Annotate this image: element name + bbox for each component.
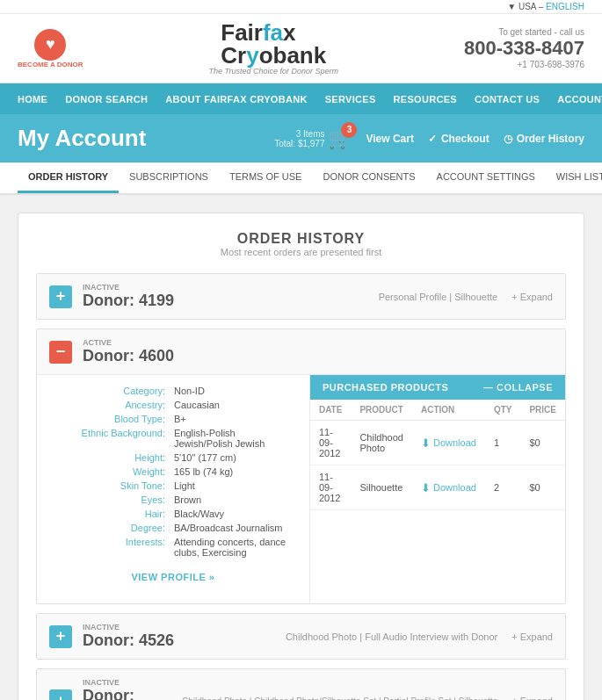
become-donor-section[interactable]: ♥ BECOME A DONOR — [18, 29, 83, 69]
nav-contact[interactable]: CONTACT US — [466, 85, 548, 113]
product-action: ⬇ Download — [412, 465, 485, 510]
order-4522-header: + INACTIVE Donor: 4522 Childhood Photo |… — [37, 669, 565, 700]
order-row: + INACTIVE Donor: 4526 Childhood Photo |… — [36, 613, 566, 660]
donor-4526-id: Donor: 4526 — [83, 631, 272, 650]
download-button[interactable]: ⬇ Download — [421, 437, 476, 450]
expand-4526-button[interactable]: + — [49, 625, 72, 648]
expand-4526-link[interactable]: + Expand — [511, 631, 553, 642]
main-content: ORDER HISTORY Most recent orders are pre… — [0, 195, 602, 700]
locale-flag: ▼ — [507, 2, 519, 11]
become-donor-label: BECOME A DONOR — [18, 61, 83, 69]
order-history-button[interactable]: ◷ Order History — [504, 133, 584, 145]
tab-donor-consents[interactable]: DONOR CONSENTS — [312, 162, 425, 193]
interests-value: Attending concerts, dance clubs, Exercis… — [174, 537, 295, 558]
logo: FairfaxCryobank — [221, 21, 326, 67]
contact-area: To get started - call us 800-338-8407 +1… — [464, 27, 584, 69]
tab-order-history[interactable]: ORDER HISTORY — [18, 162, 119, 193]
tab-account-settings[interactable]: ACCOUNT SETTINGS — [426, 162, 546, 193]
product-action: ⬇ Download — [412, 421, 485, 465]
order-row: + INACTIVE Donor: 4522 Childhood Photo |… — [36, 668, 566, 700]
ethnic-background-value: English-Polish Jewish/Polish Jewish — [174, 428, 295, 449]
order-4199-header: + INACTIVE Donor: 4199 Personal Profile … — [37, 274, 565, 319]
product-date: 11-09-2012 — [310, 465, 351, 510]
heart-icon: ♥ — [34, 29, 66, 61]
col-product: PRODUCT — [351, 400, 412, 421]
checkout-button[interactable]: ✓ Checkout — [428, 133, 490, 145]
donor-4600-id: Donor: 4600 — [83, 347, 553, 365]
contact-phone: 800-338-8407 — [464, 37, 584, 60]
product-row: 11-09-2012 Childhood Photo ⬇ Download 1 — [310, 421, 565, 465]
expand-4522-link[interactable]: + Expand — [511, 696, 553, 700]
locale-separator: – — [539, 2, 546, 11]
order-history-title: ORDER HISTORY — [36, 231, 566, 247]
detail-eyes: Eyes: Brown — [51, 494, 295, 505]
category-value: Non-ID — [174, 386, 205, 396]
donor-4199-id: Donor: 4199 — [83, 292, 365, 310]
main-nav: HOME DONOR SEARCH ABOUT FAIRFAX CRYOBANK… — [0, 83, 602, 114]
download-label: Download — [433, 482, 476, 493]
order-history-subtitle: Most recent orders are presented first — [36, 247, 566, 257]
weight-label: Weight: — [51, 466, 165, 477]
order-history-label: Order History — [517, 133, 584, 145]
nav-resources[interactable]: RESOURCES — [385, 85, 466, 113]
account-header: My Account 3 Items Total: $1,977 🛒 3 Vie… — [0, 114, 602, 162]
nav-home[interactable]: HOME — [9, 85, 56, 113]
view-profile-link[interactable]: VIEW PROFILE » — [51, 561, 295, 593]
detail-ancestry: Ancestry: Caucasian — [51, 400, 295, 410]
logo-tagline: The Trusted Choice for Donor Sperm — [209, 67, 338, 76]
donor-4199-info: INACTIVE Donor: 4199 — [83, 283, 365, 310]
hair-value: Black/Wavy — [174, 509, 224, 519]
items-total: Total: $1,977 — [274, 139, 324, 148]
degree-label: Degree: — [51, 523, 165, 533]
download-label: Download — [433, 437, 476, 448]
expand-4199-link[interactable]: + Expand — [511, 292, 553, 302]
tab-terms[interactable]: TERMS OF USE — [219, 162, 313, 193]
nav-account[interactable]: Account › — [548, 85, 602, 113]
detail-degree: Degree: BA/Broadcast Journalism — [51, 523, 295, 533]
eyes-label: Eyes: — [51, 494, 165, 505]
ethnic-background-label: Ethnic Background: — [51, 428, 165, 449]
product-name: Silhouette — [351, 465, 412, 510]
product-row: 11-09-2012 Silhouette ⬇ Download 2 $0 — [310, 465, 565, 510]
product-name: Childhood Photo — [351, 421, 412, 465]
collapse-link[interactable]: — Collapse — [483, 382, 553, 393]
download-button[interactable]: ⬇ Download — [421, 481, 476, 494]
download-icon: ⬇ — [421, 481, 431, 494]
blood-type-value: B+ — [174, 414, 186, 424]
purchased-products-title: PURCHASED PRODUCTS — [323, 382, 448, 393]
col-price: PRICE — [520, 400, 565, 421]
ancestry-value: Caucasian — [174, 400, 220, 410]
collapse-4600-button[interactable]: − — [49, 341, 72, 364]
donor-4199-status: INACTIVE — [83, 283, 365, 292]
detail-weight: Weight: 165 lb (74 kg) — [51, 466, 295, 477]
products-table: DATE PRODUCT ACTION QTY PRICE 11-09-2012… — [310, 400, 565, 510]
col-date: DATE — [310, 400, 351, 421]
product-date: 11-09-2012 — [310, 421, 351, 465]
detail-hair: Hair: Black/Wavy — [51, 509, 295, 519]
view-cart-button[interactable]: View Cart — [366, 133, 413, 145]
detail-ethnic-background: Ethnic Background: English-Polish Jewish… — [51, 428, 295, 449]
items-count: 3 Items — [274, 129, 324, 139]
logo-area: FairfaxCryobank The Trusted Choice for D… — [209, 21, 338, 76]
degree-value: BA/Broadcast Journalism — [174, 523, 283, 533]
order-4526-header: + INACTIVE Donor: 4526 Childhood Photo |… — [37, 614, 565, 659]
nav-services[interactable]: SERVICES — [316, 85, 385, 113]
nav-donor-search[interactable]: DONOR SEARCH — [56, 85, 156, 113]
locale-language[interactable]: ENGLISH — [546, 2, 584, 11]
tab-wish-list[interactable]: WISH LIST — [546, 162, 602, 193]
detail-height: Height: 5'10" (177 cm) — [51, 452, 295, 463]
nav-about[interactable]: ABOUT FAIRFAX CRYOBANK — [156, 85, 316, 113]
eyes-value: Brown — [174, 494, 201, 505]
download-icon: ⬇ — [421, 437, 431, 450]
expand-4522-button[interactable]: + — [49, 689, 72, 700]
detail-category: Category: Non-ID — [51, 386, 295, 396]
expand-4199-button[interactable]: + — [49, 285, 72, 308]
donor-4522-products: Childhood Photo | Childhood Photo/Silhou… — [182, 696, 497, 701]
detail-skin-tone: Skin Tone: Light — [51, 480, 295, 491]
cart-icon-wrap[interactable]: 🛒 3 — [328, 127, 352, 150]
tab-subscriptions[interactable]: SUBSCRIPTIONS — [119, 162, 219, 193]
donor-4526-info: INACTIVE Donor: 4526 — [83, 623, 272, 650]
donor-4526-status: INACTIVE — [83, 623, 272, 631]
height-label: Height: — [51, 452, 165, 463]
skin-tone-value: Light — [174, 480, 195, 491]
